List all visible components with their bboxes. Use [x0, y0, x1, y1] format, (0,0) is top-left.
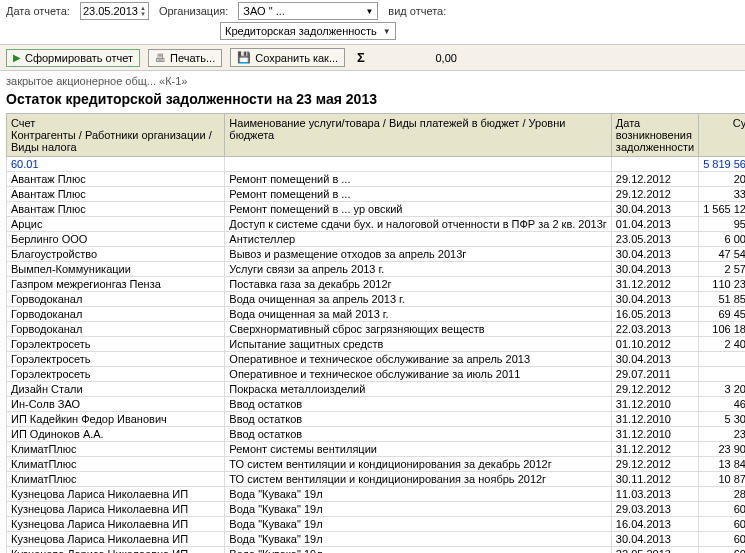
- table-row[interactable]: ИП Кадейкин Федор ИвановичВвод остатков3…: [7, 412, 746, 427]
- form-report-label: Сформировать отчет: [25, 52, 133, 64]
- cell-sum: 3 200,00: [699, 382, 745, 397]
- cell-sum: 2 404,51: [699, 337, 745, 352]
- cell-sum: 6 001,00: [699, 232, 745, 247]
- cell-name: Ремонт системы вентиляции: [225, 442, 612, 457]
- cell-date: 30.04.2013: [611, 292, 698, 307]
- cell-date: 01.10.2012: [611, 337, 698, 352]
- cell-date: 29.07.2011: [611, 367, 698, 382]
- cell-name: Услуги связи за апрель 2013 г.: [225, 262, 612, 277]
- cell-name: ТО систем вентиляции и кондиционирования…: [225, 457, 612, 472]
- cell-contr: Авантаж Плюс: [7, 187, 225, 202]
- sigma-value: 0,00: [377, 52, 461, 64]
- cell-sum: 110 233,18: [699, 277, 745, 292]
- table-row[interactable]: ИП Одиноков А.А.Ввод остатков31.12.20102…: [7, 427, 746, 442]
- cell-sum: 230,00: [699, 427, 745, 442]
- table-row[interactable]: Авантаж ПлюсРемонт помещений в ...29.12.…: [7, 187, 746, 202]
- cell-date: 29.12.2012: [611, 457, 698, 472]
- cell-contr: ИП Одиноков А.А.: [7, 427, 225, 442]
- org-label: Организация:: [159, 5, 228, 17]
- cell-date: 11.03.2013: [611, 487, 698, 502]
- cell-name: Поставка газа за декабрь 2012г: [225, 277, 612, 292]
- cell-name: Испытание защитных средств: [225, 337, 612, 352]
- cell-contr: Арцис: [7, 217, 225, 232]
- table-row[interactable]: Кузнецова Лариса Николаевна ИПВода "Кува…: [7, 517, 746, 532]
- cell-sum: 463,57: [699, 397, 745, 412]
- cell-sum: 1 565 125,90: [699, 202, 745, 217]
- report-area: закрытое акционерное общ... «К-1» Остато…: [0, 71, 745, 553]
- table-row[interactable]: КлиматПлюсТО систем вентиляции и кондици…: [7, 472, 746, 487]
- table-row[interactable]: Авантаж ПлюсРемонт помещений в ... ур ов…: [7, 202, 746, 217]
- table-row[interactable]: КлиматПлюсТО систем вентиляции и кондици…: [7, 457, 746, 472]
- account-code[interactable]: 60.01: [7, 157, 225, 172]
- report-date-input[interactable]: 23.05.2013 ▲▼: [80, 2, 149, 20]
- cell-contr: Горэлектросеть: [7, 367, 225, 382]
- table-row[interactable]: Кузнецова Лариса Николаевна ИПВода "Кува…: [7, 532, 746, 547]
- report-type-dropdown[interactable]: Кредиторская задолженность ▼: [220, 22, 396, 40]
- table-row[interactable]: Вымпел-КоммуникацииУслуги связи за апрел…: [7, 262, 746, 277]
- cell-contr: КлиматПлюс: [7, 472, 225, 487]
- form-report-button[interactable]: ▶ Сформировать отчет: [6, 49, 140, 67]
- table-row[interactable]: ГорводоканалВода очищенная за май 2013 г…: [7, 307, 746, 322]
- table-row[interactable]: ГорэлектросетьОперативное и техническое …: [7, 352, 746, 367]
- cell-contr: Вымпел-Коммуникации: [7, 262, 225, 277]
- cell-sum: 600,00: [699, 502, 745, 517]
- cell-date: 30.04.2013: [611, 352, 698, 367]
- cell-sum: 950,00: [699, 217, 745, 232]
- cell-contr: ИП Кадейкин Федор Иванович: [7, 412, 225, 427]
- cell-sum: 2 575,10: [699, 262, 745, 277]
- table-row[interactable]: Берлинго ОООАнтистеллер23.05.20136 001,0…: [7, 232, 746, 247]
- table-row[interactable]: Авантаж ПлюсРемонт помещений в ...29.12.…: [7, 172, 746, 187]
- toolbar: ▶ Сформировать отчет 🖶 Печать... 💾 Сохра…: [0, 44, 745, 71]
- type-value: Кредиторская задолженность: [225, 25, 377, 37]
- floppy-icon: 💾: [237, 51, 251, 64]
- print-button[interactable]: 🖶 Печать...: [148, 49, 222, 67]
- cell-name: Оперативное и техническое обслуживание з…: [225, 367, 612, 382]
- cell-sum: 47 545,60: [699, 247, 745, 262]
- cell-contr: Берлинго ООО: [7, 232, 225, 247]
- table-row[interactable]: Газпром межрегионгаз ПензаПоставка газа …: [7, 277, 746, 292]
- cell-date: 29.03.2013: [611, 502, 698, 517]
- type-dropdown-wrap: Кредиторская задолженность ▼: [0, 22, 745, 44]
- table-row[interactable]: Кузнецова Лариса Николаевна ИПВода "Кува…: [7, 547, 746, 554]
- cell-date: 31.12.2012: [611, 442, 698, 457]
- cell-name: Ремонт помещений в ...: [225, 172, 612, 187]
- cell-name: Ввод остатков: [225, 427, 612, 442]
- table-row[interactable]: ГорводоканалВода очищенная за апрель 201…: [7, 292, 746, 307]
- cell-contr: Благоустройство: [7, 247, 225, 262]
- sigma-icon: Σ: [353, 50, 369, 65]
- date-spinner[interactable]: ▲▼: [140, 5, 146, 17]
- table-row[interactable]: ГорэлектросетьОперативное и техническое …: [7, 367, 746, 382]
- cell-contr: Кузнецова Лариса Николаевна ИП: [7, 502, 225, 517]
- cell-sum: 69 458,04: [699, 307, 745, 322]
- cell-date: 30.04.2013: [611, 247, 698, 262]
- print-label: Печать...: [170, 52, 215, 64]
- table-row[interactable]: КлиматПлюсРемонт системы вентиляции31.12…: [7, 442, 746, 457]
- table-row[interactable]: ГорэлектросетьИспытание защитных средств…: [7, 337, 746, 352]
- org-value: ЗАО " ...: [243, 5, 284, 17]
- header-name: Наименование услуги/товара / Виды платеж…: [225, 114, 612, 157]
- table-row[interactable]: Дизайн СталиПокраска металлоизделий29.12…: [7, 382, 746, 397]
- cell-sum: 13 840,00: [699, 457, 745, 472]
- table-row[interactable]: БлагоустройствоВывоз и размещение отходо…: [7, 247, 746, 262]
- cell-date: 30.04.2013: [611, 532, 698, 547]
- table-row[interactable]: Кузнецова Лариса Николаевна ИПВода "Кува…: [7, 502, 746, 517]
- table-row[interactable]: Кузнецова Лариса Николаевна ИПВода "Кува…: [7, 487, 746, 502]
- table-row[interactable]: АрцисДоступ к системе сдачи бух. и налог…: [7, 217, 746, 232]
- cell-date: 16.04.2013: [611, 517, 698, 532]
- header-account: Счет Контрагенты / Работники организации…: [7, 114, 225, 157]
- cell-date: 31.12.2012: [611, 277, 698, 292]
- cell-name: Вода "Кувака" 19л: [225, 502, 612, 517]
- cell-date: 22.05.2013: [611, 547, 698, 554]
- cell-sum: 0,06: [699, 352, 745, 367]
- cell-name: Ввод остатков: [225, 397, 612, 412]
- dropdown-icon: ▼: [365, 7, 373, 16]
- table-row[interactable]: ГорводоканалСверхнормативный сброс загря…: [7, 322, 746, 337]
- save-as-button[interactable]: 💾 Сохранить как...: [230, 48, 345, 67]
- table-row[interactable]: Ин-Солв ЗАОВвод остатков31.12.2010463,57: [7, 397, 746, 412]
- cell-name: Вода очищенная за апрель 2013 г.: [225, 292, 612, 307]
- cell-name: Вода "Кувака" 19л: [225, 487, 612, 502]
- cell-date: 16.05.2013: [611, 307, 698, 322]
- org-input[interactable]: ЗАО " ... ▼: [238, 2, 378, 20]
- cell-contr: Кузнецова Лариса Николаевна ИП: [7, 532, 225, 547]
- cell-name: Доступ к системе сдачи бух. и налоговой …: [225, 217, 612, 232]
